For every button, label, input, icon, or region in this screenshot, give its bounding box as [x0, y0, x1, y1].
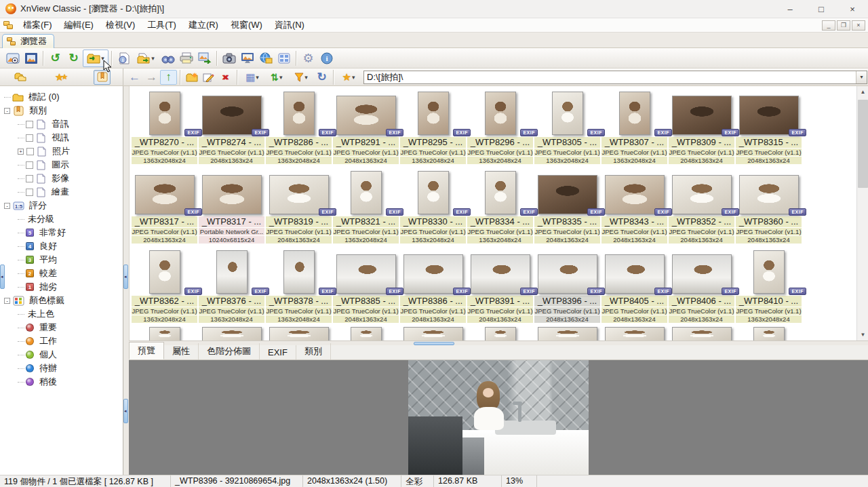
thumbnail-image[interactable]: [202, 175, 262, 214]
minimize-button[interactable]: –: [774, 0, 806, 18]
thumbnail-item-partial[interactable]: [601, 327, 668, 340]
preview-tab-預覽[interactable]: 預覽: [129, 342, 164, 359]
thumbnail-image[interactable]: [753, 327, 785, 340]
category-checkbox[interactable]: [26, 175, 33, 182]
collapse-icon[interactable]: -: [4, 108, 10, 114]
thumbnail-item[interactable]: EXIF_WTP8319 - ...JPEG TrueColor (v1.1)2…: [265, 168, 332, 248]
tree-collapse-handle[interactable]: [123, 265, 128, 289]
tree-item[interactable]: 個人: [0, 348, 123, 362]
back-button[interactable]: ←: [126, 70, 143, 85]
address-bar[interactable]: D:\[旅拍]\ ▾: [363, 71, 867, 84]
tree-item[interactable]: -類別: [0, 104, 123, 117]
address-input[interactable]: D:\[旅拍]\: [364, 71, 856, 83]
thumbnail-image[interactable]: [283, 250, 315, 294]
thumbnail-item[interactable]: EXIF_WTP8309 - ...JPEG TrueColor (v1.1)2…: [668, 89, 735, 168]
category-checkbox[interactable]: [26, 148, 34, 155]
maximize-button[interactable]: □: [806, 0, 837, 18]
collapse-icon[interactable]: -: [4, 298, 10, 304]
scrollbar-thumb[interactable]: [858, 100, 868, 188]
thumbnail-item[interactable]: EXIF_WTP8378 - ...JPEG TrueColor (v1.1)1…: [265, 248, 332, 327]
collapse-icon[interactable]: -: [4, 203, 10, 209]
thumbnail-item[interactable]: EXIF_WTP8270 - ...JPEG TrueColor (v1.1)1…: [131, 89, 198, 168]
tree-item[interactable]: -顏色標籤: [0, 294, 123, 307]
tab-browser[interactable]: 瀏覽器: [2, 34, 54, 48]
scroll-down-icon[interactable]: ▼: [857, 329, 868, 340]
forward-button[interactable]: →: [143, 70, 160, 85]
thumbnail-item[interactable]: EXIF_WTP8352 - ...JPEG TrueColor (v1.1)2…: [668, 168, 735, 248]
contact-sheet-button[interactable]: [275, 50, 293, 67]
tree-item[interactable]: 未分級: [0, 212, 123, 226]
rotate-left-button[interactable]: ↺: [46, 50, 64, 67]
thumbnail-image[interactable]: [485, 327, 516, 340]
thumbnail-scrollbar[interactable]: ▲ ▼: [856, 86, 868, 340]
slideshow-button[interactable]: [238, 50, 256, 67]
thumbnail-item-partial[interactable]: [399, 327, 467, 340]
capture-button[interactable]: [220, 50, 238, 67]
category-checkbox[interactable]: [26, 189, 33, 196]
thumbnail-image[interactable]: [149, 250, 180, 294]
thumbnail-item[interactable]: EXIF_WTP8305 - ...JPEG TrueColor (v1.1)1…: [534, 89, 601, 168]
close-button[interactable]: ×: [837, 0, 868, 18]
thumbnail-image[interactable]: [538, 327, 597, 340]
thumbnail-image[interactable]: [418, 92, 449, 135]
thumbnail-image[interactable]: [418, 171, 449, 214]
thumbnail-image[interactable]: [485, 171, 516, 214]
thumbnail-image[interactable]: [149, 92, 180, 135]
tree-item[interactable]: 2較差: [0, 267, 123, 280]
thumbnail-item[interactable]: EXIF_WTP8386 - ...JPEG TrueColor (v1.1)2…: [399, 248, 467, 327]
thumbnail-image[interactable]: [619, 92, 650, 135]
mdi-restore-button[interactable]: ❐: [837, 20, 850, 31]
info-button[interactable]: i: [317, 50, 336, 67]
viewer-button[interactable]: [3, 50, 22, 67]
tree-item[interactable]: 影像: [0, 172, 123, 185]
tree-item[interactable]: +照片: [0, 144, 123, 158]
thumbnail-item[interactable]: EXIF_WTP8307 - ...JPEG TrueColor (v1.1)1…: [601, 89, 668, 168]
convert-button[interactable]: [195, 50, 214, 67]
rotate-right-button[interactable]: ↻: [64, 50, 83, 67]
thumbnail-item[interactable]: EXIF_WTP8321 - ...JPEG TrueColor (v1.1)1…: [332, 168, 399, 248]
thumbnail-item[interactable]: EXIF_WTP8335 - ...JPEG TrueColor (v1.1)2…: [534, 168, 601, 248]
tree-item[interactable]: 繪畫: [0, 185, 123, 199]
tree-item[interactable]: 視訊: [0, 131, 123, 144]
menu-item[interactable]: 檔案(F): [18, 18, 58, 33]
thumbnail-image[interactable]: [672, 327, 732, 340]
tree-item[interactable]: -1:5評分: [0, 199, 123, 212]
thumbnail-image[interactable]: [552, 92, 583, 135]
thumbnail-image[interactable]: [485, 92, 516, 135]
up-button[interactable]: ↑: [160, 70, 177, 85]
menu-item[interactable]: 編輯(E): [59, 18, 99, 33]
thumbnail-item[interactable]: EXIF_WTP8362 - ...JPEG TrueColor (v1.1)1…: [131, 248, 198, 327]
new-folder-button[interactable]: [183, 70, 200, 85]
thumbnail-item[interactable]: EXIF_WTP8334 - ...JPEG TrueColor (v1.1)1…: [467, 168, 534, 248]
open-with-button[interactable]: ▾: [133, 50, 159, 67]
thumbnail-item-partial[interactable]: [198, 327, 265, 340]
expand-icon[interactable]: +: [18, 149, 24, 155]
print-button[interactable]: [177, 50, 195, 67]
tree-item[interactable]: 待辦: [0, 362, 123, 375]
thumbnail-image[interactable]: [149, 327, 180, 340]
menu-item[interactable]: 資訊(N): [269, 18, 310, 33]
category-checkbox[interactable]: [26, 134, 33, 142]
thumbnail-image[interactable]: [202, 327, 262, 340]
preview-tab-EXIF[interactable]: EXIF: [260, 345, 296, 359]
preview-collapse-handle[interactable]: [123, 399, 128, 423]
thumbnail-item-partial[interactable]: [131, 327, 198, 340]
thumbnail-item-partial[interactable]: [467, 327, 534, 340]
mdi-minimize-button[interactable]: _: [822, 20, 835, 31]
sort-button[interactable]: ⇅▾: [264, 70, 289, 85]
refresh-button[interactable]: ↻: [313, 70, 330, 85]
thumbnail-image[interactable]: [605, 327, 665, 340]
thumbnail-item[interactable]: EXIF_WTP8410 - ...JPEG TrueColor (v1.1)1…: [735, 248, 802, 327]
preview-tab-屬性[interactable]: 屬性: [164, 343, 199, 359]
thumbnail-item-partial[interactable]: [534, 327, 601, 340]
favorites-pane-button[interactable]: ★★: [53, 70, 70, 85]
web-button[interactable]: [256, 50, 275, 67]
thumbnail-item[interactable]: EXIF_WTP8406 - ...JPEG TrueColor (v1.1)2…: [668, 248, 735, 327]
thumbnail-image[interactable]: [216, 250, 248, 294]
rating-filter-button[interactable]: ★▾: [336, 70, 361, 85]
thumbnail-image[interactable]: [351, 171, 382, 214]
folders-pane-button[interactable]: [12, 70, 29, 85]
thumbnail-item[interactable]: EXIF_WTP8286 - ...JPEG TrueColor (v1.1)1…: [265, 89, 332, 168]
thumbnail-item[interactable]: EXIF_WTP8274 - ...JPEG TrueColor (v1.1)2…: [198, 89, 265, 168]
tree-item[interactable]: 未上色: [0, 307, 123, 321]
